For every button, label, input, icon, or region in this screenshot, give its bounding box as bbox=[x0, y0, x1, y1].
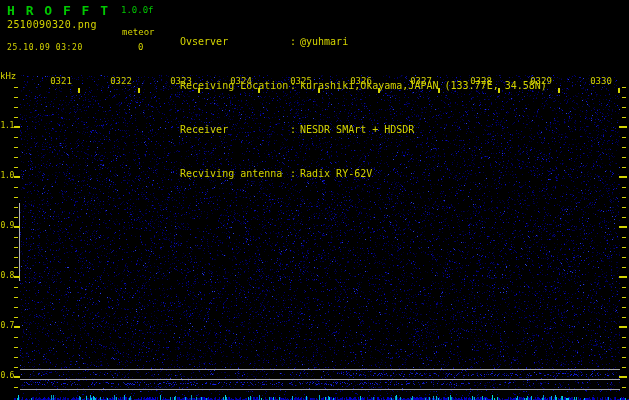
time-tick-label: 0329 bbox=[529, 77, 553, 86]
axis-tick bbox=[622, 147, 626, 148]
axis-tick bbox=[14, 137, 18, 138]
station-info: Ovserver:@yuhmari Receiving Location:kur… bbox=[180, 4, 547, 212]
axis-tick bbox=[14, 257, 18, 258]
axis-tick bbox=[14, 87, 18, 88]
observer-value: @yuhmari bbox=[300, 36, 348, 48]
antenna-label: Recviving antenna bbox=[180, 168, 290, 180]
time-tick-label: 0330 bbox=[589, 77, 613, 86]
antenna-value: Radix RY-62V bbox=[300, 168, 372, 180]
axis-tick bbox=[622, 197, 626, 198]
axis-tick bbox=[14, 187, 18, 188]
time-tick-label: 0327 bbox=[409, 77, 433, 86]
axis-tick bbox=[138, 88, 140, 93]
axis-tick bbox=[619, 126, 627, 128]
axis-tick bbox=[622, 167, 626, 168]
time-tick-label: 0328 bbox=[469, 77, 493, 86]
axis-tick bbox=[258, 88, 260, 93]
hrofft-window: H R O F F T 1.0.0f 2510090320.png meteor… bbox=[0, 0, 629, 400]
axis-tick bbox=[622, 137, 626, 138]
axis-tick bbox=[622, 357, 626, 358]
axis-tick bbox=[619, 226, 627, 228]
meteor-count-label: meteor bbox=[122, 28, 155, 37]
axis-tick bbox=[14, 176, 20, 178]
axis-tick bbox=[558, 88, 560, 93]
axis-tick bbox=[619, 276, 627, 278]
axis-tick bbox=[619, 326, 627, 328]
axis-tick bbox=[14, 307, 18, 308]
freq-tick-label: 0.8 bbox=[0, 272, 14, 280]
axis-tick bbox=[14, 117, 18, 118]
observer-row: Ovserver:@yuhmari bbox=[180, 36, 547, 48]
freq-tick-label: 1.1 bbox=[0, 122, 14, 130]
axis-tick bbox=[14, 157, 18, 158]
axis-tick bbox=[14, 337, 18, 338]
time-tick-label: 0326 bbox=[349, 77, 373, 86]
axis-tick bbox=[622, 307, 626, 308]
axis-tick bbox=[622, 367, 626, 368]
axis-tick bbox=[378, 88, 380, 93]
axis-tick bbox=[14, 237, 18, 238]
marker-line-lower bbox=[20, 389, 620, 390]
freq-tick-label: 0.7 bbox=[0, 322, 14, 330]
axis-tick bbox=[14, 367, 18, 368]
frequency-unit-label: kHz bbox=[0, 72, 16, 81]
freq-tick-label: 0.9 bbox=[0, 222, 14, 230]
freq-tick-label: 0.6 bbox=[0, 372, 14, 380]
axis-tick bbox=[622, 257, 626, 258]
time-tick-label: 0322 bbox=[109, 77, 133, 86]
axis-tick bbox=[622, 217, 626, 218]
freq-tick-label: 1.0 bbox=[0, 172, 14, 180]
axis-tick bbox=[78, 88, 80, 93]
axis-tick bbox=[14, 376, 20, 378]
axis-tick bbox=[14, 317, 18, 318]
axis-tick bbox=[14, 276, 20, 278]
axis-tick bbox=[14, 147, 18, 148]
meteor-count-value: 0 bbox=[138, 43, 143, 52]
axis-tick bbox=[619, 176, 627, 178]
axis-tick bbox=[14, 247, 18, 248]
receiver-label: Receiver bbox=[180, 124, 290, 136]
receiver-value: NESDR SMArt + HDSDR bbox=[300, 124, 414, 136]
app-version: 1.0.0f bbox=[121, 6, 154, 15]
axis-tick bbox=[14, 387, 18, 388]
antenna-row: Recviving antenna:Radix RY-62V bbox=[180, 168, 547, 180]
time-tick-label: 0325 bbox=[289, 77, 313, 86]
axis-tick bbox=[622, 387, 626, 388]
capture-datetime: 25.10.09 03:20 bbox=[7, 44, 83, 52]
axis-tick bbox=[622, 317, 626, 318]
axis-tick bbox=[622, 207, 626, 208]
app-title: H R O F F T bbox=[7, 4, 110, 17]
axis-tick bbox=[622, 347, 626, 348]
time-tick-label: 0321 bbox=[49, 77, 73, 86]
axis-tick bbox=[14, 287, 18, 288]
axis-tick bbox=[14, 126, 20, 128]
axis-tick bbox=[14, 347, 18, 348]
axis-tick bbox=[438, 88, 440, 93]
axis-tick bbox=[14, 297, 18, 298]
marker-line-upper bbox=[20, 369, 620, 370]
axis-tick bbox=[618, 88, 620, 93]
observer-label: Ovserver bbox=[180, 36, 290, 48]
axis-tick bbox=[14, 217, 18, 218]
axis-tick bbox=[14, 207, 18, 208]
axis-tick bbox=[14, 267, 18, 268]
axis-tick bbox=[622, 237, 626, 238]
axis-tick bbox=[198, 88, 200, 93]
time-tick-label: 0324 bbox=[229, 77, 253, 86]
marker-line-mid bbox=[20, 379, 620, 380]
axis-tick bbox=[14, 97, 18, 98]
axis-tick bbox=[14, 326, 20, 328]
receiver-row: Receiver:NESDR SMArt + HDSDR bbox=[180, 124, 547, 136]
axis-tick bbox=[622, 297, 626, 298]
axis-tick bbox=[622, 187, 626, 188]
axis-tick bbox=[622, 117, 626, 118]
axis-tick bbox=[622, 247, 626, 248]
axis-tick bbox=[622, 107, 626, 108]
axis-tick bbox=[622, 157, 626, 158]
axis-tick bbox=[619, 376, 627, 378]
axis-tick bbox=[318, 88, 320, 93]
axis-tick bbox=[622, 287, 626, 288]
axis-tick bbox=[622, 97, 626, 98]
axis-tick bbox=[622, 337, 626, 338]
time-tick-label: 0323 bbox=[169, 77, 193, 86]
